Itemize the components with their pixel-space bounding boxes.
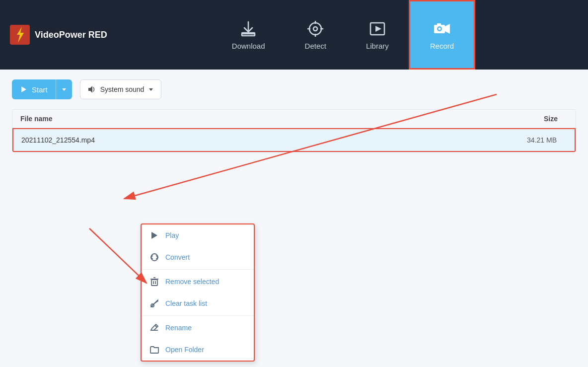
file-table: File name Size 20211102_212554.mp4 34.21… <box>12 109 576 152</box>
start-dropdown-arrow[interactable] <box>56 79 72 99</box>
menu-item-rename[interactable]: Rename <box>142 317 254 339</box>
table-header: File name Size <box>12 110 576 128</box>
menu-convert-label: Convert <box>165 253 190 261</box>
menu-item-remove[interactable]: Remove selected <box>142 271 254 293</box>
nav-library[interactable]: Library <box>346 0 409 70</box>
library-icon <box>368 20 386 38</box>
menu-item-open-folder[interactable]: Open Folder <box>142 339 254 361</box>
nav-bar: Download Detect Library <box>109 0 578 70</box>
play-menu-icon <box>149 230 159 240</box>
context-menu: Play Convert Remove selected <box>141 223 255 362</box>
svg-marker-22 <box>151 232 157 239</box>
menu-item-clear[interactable]: Clear task list <box>142 293 254 314</box>
nav-detect-label: Detect <box>305 42 326 50</box>
sound-button[interactable]: System sound <box>80 79 162 99</box>
svg-marker-10 <box>375 26 381 32</box>
menu-divider-2 <box>142 315 254 316</box>
start-button[interactable]: Start <box>12 79 72 99</box>
svg-marker-20 <box>88 86 92 93</box>
table-row[interactable]: 20211102_212554.mp4 34.21 MB <box>12 128 576 152</box>
svg-marker-21 <box>149 88 153 91</box>
col-size-header: Size <box>493 115 568 123</box>
trash-icon <box>149 277 159 287</box>
nav-library-label: Library <box>366 42 389 50</box>
app-logo-icon <box>10 25 30 45</box>
clear-icon <box>149 298 159 308</box>
menu-remove-label: Remove selected <box>165 278 219 286</box>
record-icon <box>433 20 451 38</box>
col-name-header: File name <box>20 115 493 123</box>
folder-icon <box>149 345 159 355</box>
nav-record-label: Record <box>430 42 454 50</box>
menu-item-play[interactable]: Play <box>142 224 254 246</box>
file-name-cell: 20211102_212554.mp4 <box>21 136 492 144</box>
svg-point-17 <box>442 27 443 28</box>
svg-rect-14 <box>437 23 441 25</box>
app-title: VideoPower RED <box>35 30 107 40</box>
file-size-cell: 34.21 MB <box>492 136 567 144</box>
sound-chevron-icon <box>148 86 154 92</box>
svg-marker-19 <box>62 88 66 91</box>
svg-marker-18 <box>21 86 26 92</box>
sound-label: System sound <box>100 85 145 93</box>
svg-line-34 <box>89 228 147 283</box>
menu-open-folder-label: Open Folder <box>165 346 204 354</box>
detect-icon <box>306 20 324 38</box>
svg-marker-15 <box>445 24 450 34</box>
toolbar: Start System sound <box>12 79 576 99</box>
chevron-down-icon <box>61 86 67 92</box>
pencil-icon <box>149 323 159 333</box>
nav-detect[interactable]: Detect <box>285 0 346 70</box>
titlebar: VideoPower RED Download Detect <box>0 0 588 70</box>
menu-rename-label: Rename <box>165 324 192 332</box>
menu-divider-1 <box>142 269 254 270</box>
menu-item-convert[interactable]: Convert <box>142 246 254 268</box>
sound-icon <box>87 85 96 94</box>
svg-point-4 <box>313 27 317 31</box>
nav-download[interactable]: Download <box>212 0 285 70</box>
app-logo: VideoPower RED <box>10 25 109 45</box>
nav-download-label: Download <box>232 42 265 50</box>
play-icon <box>20 85 28 93</box>
convert-icon <box>149 252 159 262</box>
download-icon <box>239 20 257 38</box>
svg-rect-23 <box>151 280 157 286</box>
content-area: Start System sound File name Size <box>0 70 588 367</box>
menu-clear-label: Clear task list <box>165 299 207 307</box>
nav-record[interactable]: Record <box>409 0 475 70</box>
menu-play-label: Play <box>165 231 179 239</box>
start-label: Start <box>32 85 48 94</box>
svg-point-3 <box>309 23 321 35</box>
svg-point-13 <box>438 27 441 30</box>
svg-point-16 <box>442 25 443 26</box>
start-btn-main[interactable]: Start <box>12 79 56 99</box>
